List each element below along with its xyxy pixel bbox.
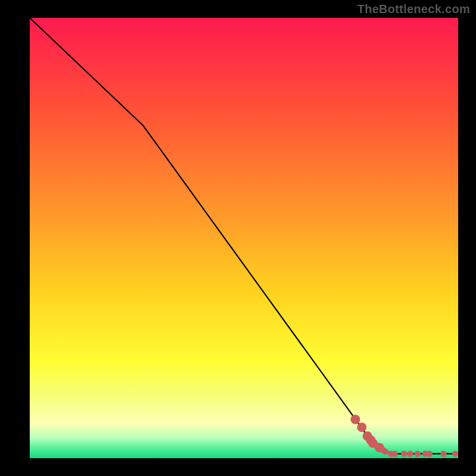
chart-background <box>30 18 458 458</box>
data-point <box>414 450 420 456</box>
attribution-watermark: TheBottleneck.com <box>357 2 470 16</box>
data-point <box>427 450 433 456</box>
data-point <box>440 450 446 456</box>
data-point <box>357 422 367 432</box>
chart-canvas <box>30 18 458 458</box>
chart-svg <box>30 18 458 458</box>
data-point <box>401 450 407 456</box>
data-point <box>382 449 388 455</box>
data-point <box>407 450 413 456</box>
data-point <box>392 450 397 456</box>
data-point <box>452 450 458 456</box>
data-point <box>350 415 360 424</box>
